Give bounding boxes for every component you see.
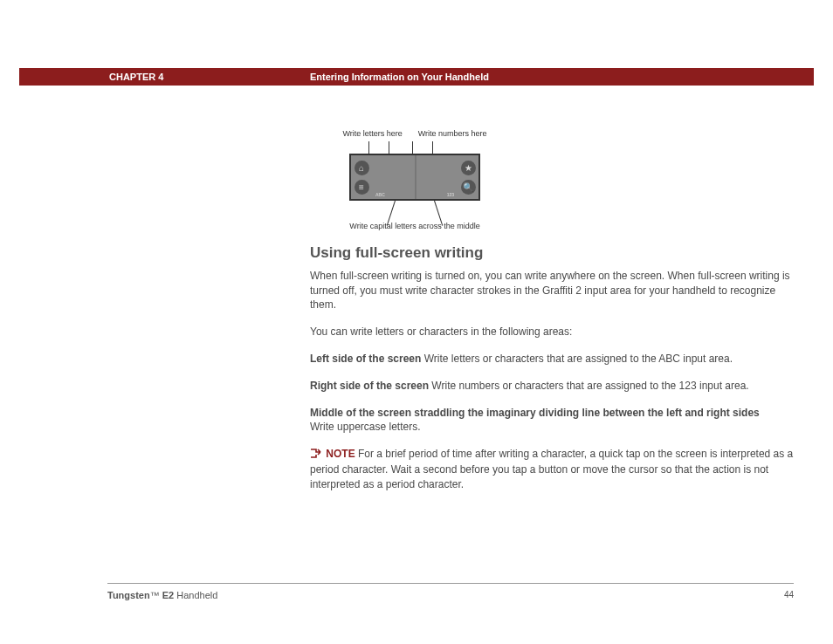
diagram-label-numbers: Write numbers here	[418, 129, 487, 138]
note-label: NOTE	[326, 448, 355, 460]
section-heading: Using full-screen writing	[310, 243, 795, 264]
handheld-input-device: ⌂ ≡ ABC 123 ★ 🔍	[349, 154, 480, 201]
page-footer: Tungsten™ E2 Handheld 44	[107, 590, 794, 600]
star-icon: ★	[461, 161, 476, 175]
definition-right: Right side of the screen Write numbers o…	[310, 379, 795, 394]
definition-left: Left side of the screen Write letters or…	[310, 352, 795, 367]
paragraph: You can write letters or characters in t…	[310, 325, 795, 339]
chapter-label: CHAPTER 4	[109, 72, 163, 82]
term: Right side of the screen	[310, 380, 429, 392]
body-content: Using full-screen writing When full-scre…	[310, 243, 795, 504]
definition-middle: Middle of the screen straddling the imag…	[310, 406, 795, 435]
input-area-diagram: Write letters here Write numbers here ⌂ …	[310, 129, 520, 230]
footer-divider	[107, 583, 794, 584]
term-desc: Write numbers or characters that are ass…	[429, 380, 749, 392]
paragraph: When full-screen writing is turned on, y…	[310, 269, 795, 312]
term: Middle of the screen straddling the imag…	[310, 407, 760, 419]
diagram-label-capitals: Write capital letters across the middle	[310, 222, 520, 230]
note-text: For a brief period of time after writing…	[310, 448, 793, 490]
home-icon: ⌂	[355, 161, 369, 175]
note-icon	[310, 447, 321, 462]
search-icon: 🔍	[461, 180, 476, 195]
chapter-header: CHAPTER 4 Entering Information on Your H…	[19, 68, 814, 86]
section-label: Entering Information on Your Handheld	[310, 72, 489, 82]
product-name: Tungsten™ E2 Handheld	[107, 590, 217, 600]
page-number: 44	[784, 590, 794, 600]
abc-label: ABC	[375, 192, 385, 197]
menu-icon: ≡	[355, 180, 369, 195]
term-desc: Write letters or characters that are ass…	[421, 353, 733, 365]
term-desc: Write uppercase letters.	[310, 421, 421, 433]
diagram-label-letters: Write letters here	[342, 129, 402, 138]
note-paragraph: NOTE For a brief period of time after wr…	[310, 447, 795, 492]
term: Left side of the screen	[310, 353, 421, 365]
num-label: 123	[447, 192, 454, 197]
